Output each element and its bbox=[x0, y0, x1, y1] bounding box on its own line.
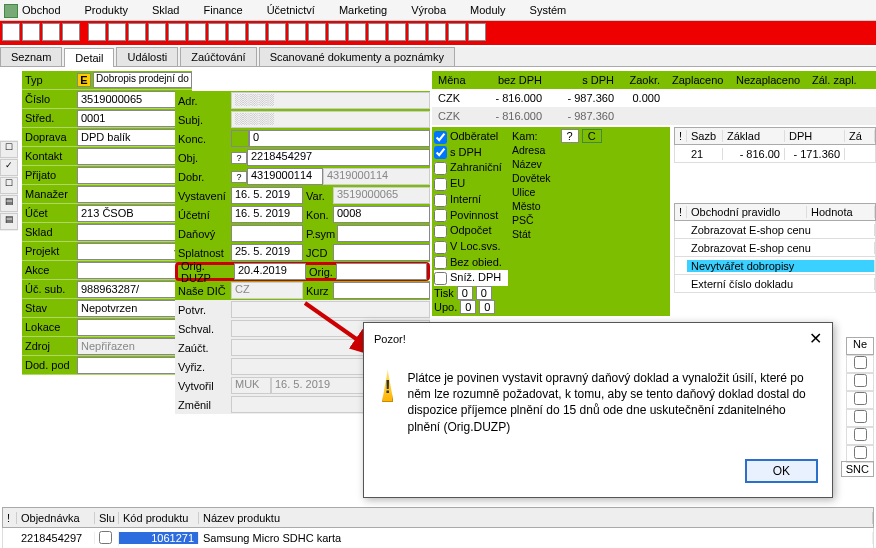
typ-text[interactable]: Dobropis prodejní do tuzemska,s DPH bbox=[93, 72, 192, 88]
cb-povinnost[interactable] bbox=[434, 209, 447, 222]
menu-marketing[interactable]: Marketing bbox=[333, 2, 393, 18]
lbl-subj: Subj. bbox=[175, 114, 231, 126]
ne-cb[interactable] bbox=[854, 428, 867, 441]
tb-icon[interactable] bbox=[22, 23, 40, 41]
side-icon[interactable]: ▤ bbox=[0, 195, 18, 212]
danovy-input[interactable] bbox=[231, 225, 303, 242]
cb-interni[interactable] bbox=[434, 194, 447, 207]
help-icon[interactable]: ? bbox=[231, 152, 247, 164]
tb-icon[interactable] bbox=[62, 23, 80, 41]
help-icon[interactable]: ? bbox=[231, 171, 247, 183]
tb-icon[interactable] bbox=[108, 23, 126, 41]
table-row[interactable]: 21 - 816.00 - 171.360 bbox=[674, 145, 876, 163]
cb-vlocsvs[interactable] bbox=[434, 241, 447, 254]
tb-icon[interactable] bbox=[348, 23, 366, 41]
side-icon[interactable]: ▤ bbox=[0, 213, 18, 230]
tisk2-input[interactable]: 0 bbox=[476, 286, 492, 300]
tisk1-input[interactable]: 0 bbox=[457, 286, 473, 300]
vystaveni-input[interactable]: 16. 5. 2019 bbox=[231, 187, 303, 204]
kurz-input[interactable] bbox=[333, 282, 430, 299]
tb-icon[interactable] bbox=[248, 23, 266, 41]
tb-icon[interactable] bbox=[288, 23, 306, 41]
cb-sdph[interactable] bbox=[434, 146, 447, 159]
c-button[interactable]: C bbox=[582, 129, 602, 143]
orig-input[interactable] bbox=[336, 263, 427, 280]
menu-obchod[interactable]: Obchod bbox=[4, 2, 67, 18]
ucetni-input[interactable]: 16. 5. 2019 bbox=[231, 206, 303, 223]
adr-input[interactable]: ░░░░░ bbox=[231, 92, 430, 109]
tb-icon[interactable] bbox=[388, 23, 406, 41]
tab-udalosti[interactable]: Události bbox=[116, 47, 178, 66]
tb-icon[interactable] bbox=[228, 23, 246, 41]
q-button[interactable]: ? bbox=[561, 129, 579, 143]
lbl-zmenil: Změnil bbox=[175, 399, 231, 411]
menu-produkty[interactable]: Produkty bbox=[79, 2, 134, 18]
obj-input[interactable]: 2218454297 bbox=[247, 149, 430, 166]
ne-cb[interactable] bbox=[854, 392, 867, 405]
cb-eu[interactable] bbox=[434, 178, 447, 191]
tab-scany[interactable]: Scanované dokumenty a poznámky bbox=[259, 47, 455, 66]
tb-icon[interactable] bbox=[368, 23, 386, 41]
table-row[interactable]: Nevytvářet dobropisy bbox=[674, 257, 876, 275]
tb-icon[interactable] bbox=[42, 23, 60, 41]
ne-cb[interactable] bbox=[854, 446, 867, 459]
cb-bezobied[interactable] bbox=[434, 256, 447, 269]
tb-icon[interactable] bbox=[268, 23, 286, 41]
menu-system[interactable]: Systém bbox=[524, 2, 573, 18]
ok-button[interactable]: OK bbox=[745, 459, 818, 483]
side-icon[interactable]: ☐ bbox=[0, 177, 18, 194]
cb-zahr[interactable] bbox=[434, 162, 447, 175]
kon-input[interactable]: 0008 bbox=[333, 206, 430, 223]
dobr-input[interactable]: 4319000114 bbox=[247, 168, 323, 185]
psym-input[interactable] bbox=[337, 225, 430, 242]
jcd-input[interactable] bbox=[333, 244, 430, 261]
menu-sklad[interactable]: Sklad bbox=[146, 2, 186, 18]
ne-cb[interactable] bbox=[854, 356, 867, 369]
tb-icon[interactable] bbox=[428, 23, 446, 41]
ne-cb[interactable] bbox=[854, 374, 867, 387]
table-row[interactable]: Zobrazovat E-shop cenu bbox=[674, 239, 876, 257]
table-row[interactable]: Zobrazovat E-shop cenu bbox=[674, 221, 876, 239]
tb-icon[interactable] bbox=[128, 23, 146, 41]
tb-icon[interactable] bbox=[168, 23, 186, 41]
tab-seznam[interactable]: Seznam bbox=[0, 47, 62, 66]
tb-icon[interactable] bbox=[148, 23, 166, 41]
row-cb[interactable] bbox=[99, 531, 112, 544]
side-icon[interactable]: ☐ bbox=[0, 141, 18, 158]
konc-input2[interactable]: 0 bbox=[249, 130, 430, 147]
upo1-input[interactable]: 0 bbox=[460, 300, 476, 314]
tab-detail[interactable]: Detail bbox=[64, 48, 114, 67]
tb-icon[interactable] bbox=[328, 23, 346, 41]
table-row[interactable]: Externí číslo dokladu bbox=[674, 275, 876, 293]
splatnost-input[interactable]: 25. 5. 2019 bbox=[231, 244, 303, 261]
table-row[interactable]: 2218454297 1061271 Samsung Micro SDHC ka… bbox=[2, 528, 874, 548]
tb-icon[interactable] bbox=[208, 23, 226, 41]
main-menubar[interactable]: Obchod Produkty Sklad Finance Účetnictví… bbox=[0, 0, 876, 21]
lbl-kam: Kam: bbox=[512, 130, 538, 142]
konc-input[interactable] bbox=[231, 130, 249, 147]
menu-finance[interactable]: Finance bbox=[197, 2, 248, 18]
cb-snizdph[interactable] bbox=[434, 272, 447, 285]
side-icon[interactable]: ✓ bbox=[0, 159, 18, 176]
menu-vyroba[interactable]: Výroba bbox=[405, 2, 452, 18]
tab-zauctovani[interactable]: Zaúčtování bbox=[180, 47, 256, 66]
tb-icon[interactable] bbox=[468, 23, 486, 41]
cb-odberatel[interactable] bbox=[434, 131, 447, 144]
ne-cb[interactable] bbox=[854, 410, 867, 423]
tb-icon[interactable] bbox=[88, 23, 106, 41]
lbl-ucsub: Úč. sub. bbox=[22, 283, 77, 295]
tb-icon[interactable] bbox=[188, 23, 206, 41]
h-zaokr: Zaokr. bbox=[620, 74, 666, 86]
cb-odpocet[interactable] bbox=[434, 225, 447, 238]
tb-icon[interactable] bbox=[2, 23, 20, 41]
menu-ucetnictvi[interactable]: Účetnictví bbox=[261, 2, 321, 18]
menu-moduly[interactable]: Moduly bbox=[464, 2, 511, 18]
tb-icon[interactable] bbox=[408, 23, 426, 41]
close-icon[interactable]: ✕ bbox=[809, 329, 822, 348]
tb-icon[interactable] bbox=[308, 23, 326, 41]
lbl-cislo: Číslo bbox=[22, 93, 77, 105]
upo2-input[interactable]: 0 bbox=[479, 300, 495, 314]
subj-input[interactable]: ░░░░░ bbox=[231, 111, 430, 128]
tb-icon[interactable] bbox=[448, 23, 466, 41]
orig-duzp-input[interactable]: 20.4.2019 bbox=[234, 263, 306, 280]
